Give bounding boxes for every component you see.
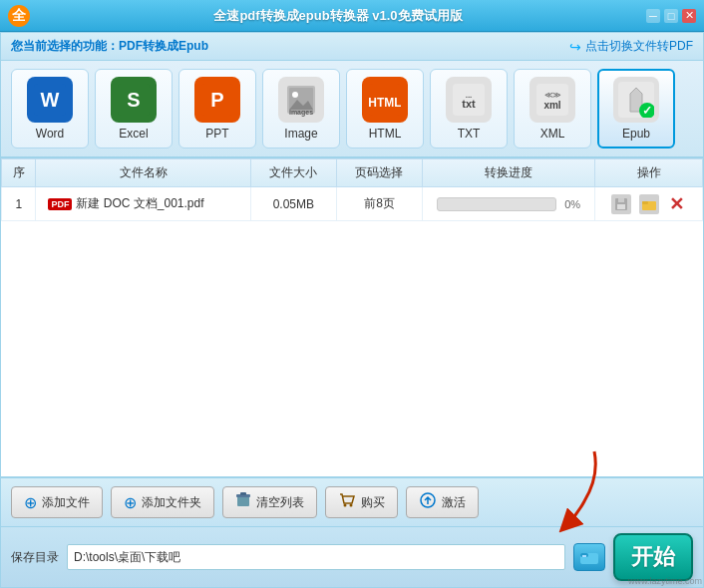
svg-text:✓: ✓ — [642, 104, 652, 118]
svg-text:txt: txt — [462, 98, 476, 110]
svg-text:HTML: HTML — [369, 96, 401, 110]
format-word-button[interactable]: W Word — [11, 69, 89, 148]
col-header-seq: 序 — [2, 159, 36, 187]
switch-mode-button[interactable]: ↪ 点击切换文件转PDF — [569, 38, 693, 55]
add-folder-icon: ⊕ — [124, 493, 137, 512]
format-image-button[interactable]: images Image — [262, 69, 340, 148]
format-xml-button[interactable]: ≪≫xml XML — [514, 69, 591, 148]
row-pages: 前8页 — [336, 187, 422, 221]
format-excel-button[interactable]: S Excel — [95, 69, 173, 148]
col-header-filename: 文件名称 — [36, 159, 250, 187]
clear-list-button[interactable]: 清空列表 — [222, 486, 317, 518]
format-html-button[interactable]: HTML HTML — [346, 69, 424, 148]
title-bar: 全 全速pdf转换成epub转换器 v1.0免费试用版 ─ □ ✕ — [0, 0, 704, 32]
svg-rect-25 — [617, 204, 625, 209]
svg-point-32 — [344, 504, 347, 507]
image-icon: images — [278, 77, 324, 123]
row-filename: PDF 新建 DOC 文档_001.pdf — [36, 187, 250, 221]
minimize-button[interactable]: ─ — [646, 9, 660, 23]
txt-icon: ...txt — [446, 77, 492, 123]
progress-label: 0% — [564, 198, 580, 210]
image-label: Image — [284, 127, 317, 141]
word-label: Word — [36, 127, 64, 141]
col-header-size: 文件大小 — [250, 159, 336, 187]
ppt-label: PPT — [205, 127, 228, 141]
current-function-label: 您当前选择的功能：PDF转换成Epub — [11, 38, 208, 55]
format-ppt-button[interactable]: P PPT — [178, 69, 256, 148]
pdf-file-icon: PDF 新建 DOC 文档_001.pdf — [48, 195, 203, 212]
excel-icon: S — [111, 77, 157, 123]
add-file-icon: ⊕ — [24, 493, 37, 512]
word-icon: W — [27, 77, 73, 123]
svg-text:S: S — [127, 89, 140, 111]
watermark: www.lazytime.com — [628, 576, 702, 586]
svg-rect-37 — [582, 555, 586, 557]
buy-button[interactable]: 购买 — [325, 486, 398, 518]
activate-icon — [419, 491, 437, 513]
close-button[interactable]: ✕ — [682, 9, 696, 23]
add-folder-button[interactable]: ⊕ 添加文件夹 — [111, 486, 214, 518]
add-file-button[interactable]: ⊕ 添加文件 — [11, 486, 103, 518]
row-actions: ✕ — [595, 187, 703, 221]
maximize-button[interactable]: □ — [664, 9, 678, 23]
format-selector-bar: W Word S Excel P PPT images Image HTML — [1, 61, 703, 158]
format-txt-button[interactable]: ...txt TXT — [430, 69, 508, 148]
window-controls: ─ □ ✕ — [646, 9, 696, 23]
svg-rect-28 — [642, 201, 648, 204]
app-logo: 全 — [8, 5, 30, 27]
svg-point-9 — [292, 92, 298, 98]
excel-label: Excel — [119, 127, 148, 141]
file-list-table: 序 文件名称 文件大小 页码选择 转换进度 操作 1 PDF 新建 DOC 文档… — [1, 158, 703, 477]
row-size: 0.05MB — [250, 187, 336, 221]
txt-label: TXT — [458, 127, 481, 141]
buy-icon — [338, 491, 356, 513]
clear-list-icon — [235, 492, 251, 512]
svg-rect-31 — [240, 492, 246, 495]
svg-rect-29 — [237, 496, 249, 506]
main-window: 您当前选择的功能：PDF转换成Epub ↪ 点击切换文件转PDF W Word … — [0, 32, 704, 588]
row-save-icon[interactable] — [611, 194, 631, 214]
activate-button[interactable]: 激活 — [406, 486, 479, 518]
svg-rect-26 — [618, 198, 624, 202]
save-path-input[interactable] — [67, 544, 565, 570]
col-header-actions: 操作 — [595, 159, 703, 187]
svg-text:xml: xml — [543, 100, 560, 111]
xml-icon: ≪≫xml — [529, 77, 575, 123]
xml-label: XML — [540, 127, 565, 141]
table-row: 1 PDF 新建 DOC 文档_001.pdf 0.05MB 前8页 — [2, 187, 703, 221]
sub-toolbar: 您当前选择的功能：PDF转换成Epub ↪ 点击切换文件转PDF — [1, 33, 703, 61]
switch-arrow-icon: ↪ — [569, 39, 581, 55]
html-label: HTML — [369, 127, 402, 141]
ppt-icon: P — [194, 77, 240, 123]
svg-text:W: W — [41, 89, 60, 111]
progress-bar — [437, 197, 556, 211]
app-title: 全速pdf转换成epub转换器 v1.0免费试用版 — [30, 7, 646, 25]
format-epub-button[interactable]: ✓ Epub — [597, 69, 675, 148]
epub-label: Epub — [622, 127, 650, 141]
html-icon: HTML — [362, 77, 408, 123]
col-header-progress: 转换进度 — [423, 159, 595, 187]
epub-icon: ✓ — [613, 77, 659, 123]
row-progress: 0% — [423, 187, 595, 221]
row-seq: 1 — [2, 187, 36, 221]
start-button[interactable]: 开始 — [613, 533, 693, 581]
svg-point-33 — [350, 504, 353, 507]
svg-text:P: P — [210, 89, 223, 111]
svg-text:≪≫: ≪≫ — [544, 91, 561, 100]
row-folder-icon[interactable] — [639, 194, 659, 214]
svg-text:images: images — [289, 109, 313, 117]
row-delete-icon[interactable]: ✕ — [667, 194, 687, 214]
save-bar: 保存目录 开始 — [1, 526, 703, 587]
save-label: 保存目录 — [11, 549, 59, 566]
bottom-toolbar: ⊕ 添加文件 ⊕ 添加文件夹 清空列表 购买 激活 — [1, 477, 703, 526]
browse-folder-button[interactable] — [573, 543, 605, 571]
col-header-pages: 页码选择 — [336, 159, 422, 187]
